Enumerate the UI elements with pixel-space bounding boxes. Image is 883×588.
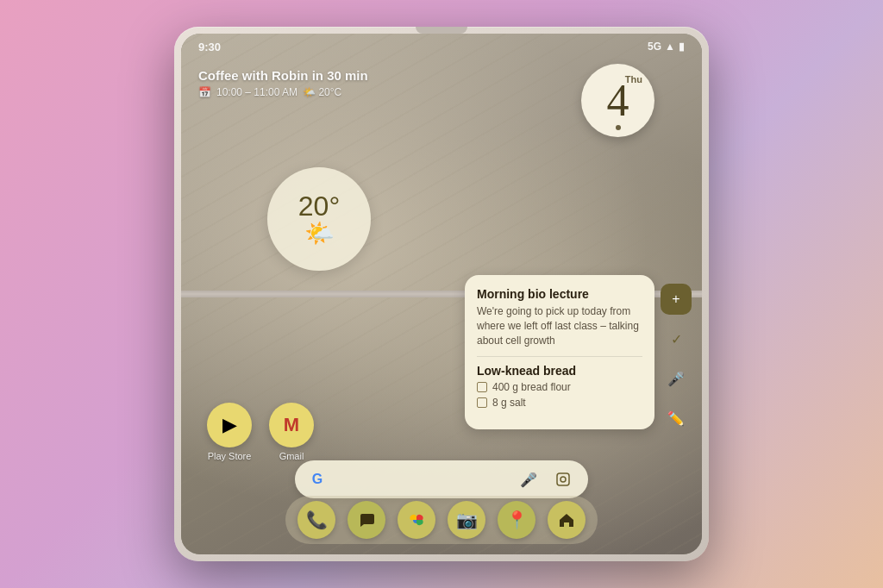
add-note-button[interactable]: +	[661, 284, 692, 315]
app-icon-playstore[interactable]: ▶ Play Store	[207, 403, 252, 461]
checkbox-2[interactable]	[477, 397, 487, 408]
status-bar: 9:30 5G ▲ ▮	[181, 34, 702, 59]
signal-icon: 5G	[648, 41, 661, 53]
note-2-item-1-text: 400 g bread flour	[492, 381, 571, 393]
search-bar[interactable]: G 🎤	[295, 460, 588, 498]
device-notch	[416, 27, 467, 34]
playstore-label: Play Store	[208, 451, 252, 461]
note-2-item-2-text: 8 g salt	[492, 397, 526, 409]
weather-icon: 🌤️	[304, 219, 335, 247]
note-2-title: Low-knead bread	[477, 364, 642, 378]
calendar-widget[interactable]: Coffee with Robin in 30 min 📅 10:00 – 11…	[198, 68, 368, 98]
note-2-item-1: 400 g bread flour	[477, 381, 642, 393]
device-frame: 9:30 5G ▲ ▮ Coffee with Robin in 30 min …	[174, 27, 709, 561]
weather-temperature: 20°	[298, 191, 340, 222]
gmail-icon-circle: M	[269, 403, 314, 447]
calendar-event-details: 📅 10:00 – 11:00 AM 🌤️ 20°C	[198, 86, 368, 98]
notes-widget[interactable]: Morning bio lecture We're going to pick …	[465, 275, 654, 429]
dock-home[interactable]	[548, 501, 586, 539]
side-actions: + ✓ 🎤 ✏️	[661, 284, 692, 434]
calendar-weather: 🌤️ 20°C	[303, 86, 341, 98]
note-item-2[interactable]: Low-knead bread 400 g bread flour 8 g sa…	[477, 364, 642, 409]
weather-widget[interactable]: 20° 🌤️	[267, 167, 371, 271]
app-icons-row: ▶ Play Store M Gmail	[207, 403, 314, 461]
date-widget[interactable]: Thu 4	[581, 64, 654, 137]
phone-screen: 9:30 5G ▲ ▮ Coffee with Robin in 30 min …	[181, 34, 702, 554]
dock-camera[interactable]: 📷	[448, 501, 485, 539]
battery-icon: ▮	[679, 41, 685, 53]
search-mic-button[interactable]: 🎤	[516, 466, 542, 492]
status-time: 9:30	[198, 41, 221, 53]
calendar-time: 10:00 – 11:00 AM	[216, 86, 297, 98]
edit-action-button[interactable]: ✏️	[661, 403, 692, 434]
svg-rect-0	[557, 473, 569, 485]
note-1-body: We're going to pick up today from where …	[477, 304, 642, 347]
wifi-icon: ▲	[665, 41, 675, 53]
mic-action-button[interactable]: 🎤	[661, 363, 692, 394]
date-dot	[616, 125, 621, 130]
google-logo: G	[307, 469, 328, 490]
note-2-item-2: 8 g salt	[477, 397, 642, 409]
checkbox-1[interactable]	[477, 382, 487, 392]
note-divider	[477, 356, 642, 357]
search-action-icons: 🎤	[516, 466, 576, 492]
dock-phone[interactable]: 📞	[297, 501, 335, 539]
note-1-title: Morning bio lecture	[477, 287, 642, 301]
dock-chrome[interactable]	[398, 501, 435, 539]
calendar-icon: 📅	[198, 86, 211, 98]
search-lens-button[interactable]	[550, 466, 576, 492]
note-item-1[interactable]: Morning bio lecture We're going to pick …	[477, 287, 642, 347]
dock-messages[interactable]	[348, 501, 385, 539]
calendar-event-title: Coffee with Robin in 30 min	[198, 68, 368, 83]
date-number: 4	[607, 78, 629, 123]
svg-point-1	[560, 477, 566, 482]
date-day-label: Thu	[625, 74, 642, 84]
dock: 📞 📷 📍	[285, 496, 598, 544]
app-icon-gmail[interactable]: M Gmail	[269, 403, 314, 461]
playstore-icon-circle: ▶	[207, 403, 252, 447]
gmail-label: Gmail	[279, 451, 304, 461]
dock-maps[interactable]: 📍	[498, 501, 535, 539]
status-icons: 5G ▲ ▮	[648, 41, 685, 53]
check-action-button[interactable]: ✓	[661, 323, 692, 354]
